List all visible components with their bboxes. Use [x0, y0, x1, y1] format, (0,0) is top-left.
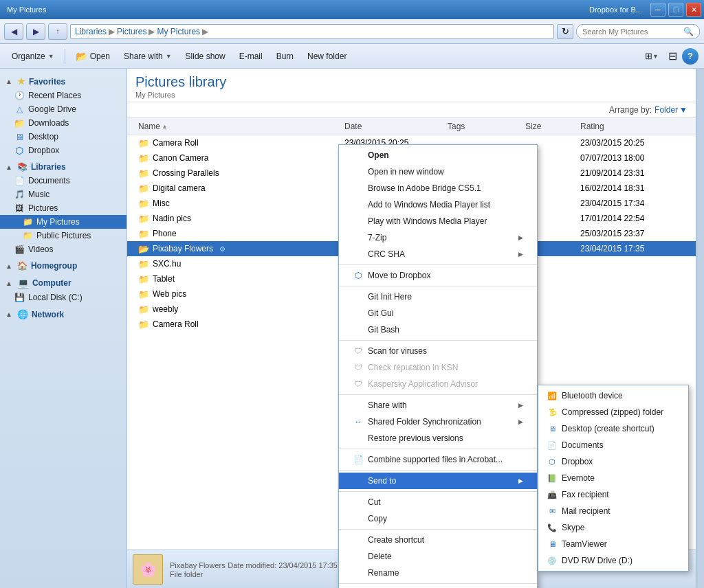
context-menu-item[interactable]: Play with Windows Media Player — [339, 213, 537, 229]
address-path[interactable]: Libraries ▶ Pictures ▶ My Pictures ▶ — [70, 24, 554, 39]
col-header-tags[interactable]: Tags — [445, 120, 522, 133]
sidebar-item-dropbox[interactable]: ⬡ Dropbox — [0, 144, 126, 157]
sidebar-item-my-pictures[interactable]: 📁 My Pictures — [0, 215, 126, 229]
open-button[interactable]: 📂 Open — [69, 47, 116, 66]
views-button[interactable]: ⊞ ▼ — [640, 47, 663, 66]
address-part-mypictures[interactable]: My Pictures — [157, 27, 200, 36]
context-menu-item[interactable]: 7-Zip ▶ — [339, 229, 537, 246]
sidebar-item-documents[interactable]: 📄 Documents — [0, 174, 126, 188]
burn-button[interactable]: Burn — [270, 47, 300, 66]
submenu-item[interactable]: 🗜 Compressed (zipped) folder — [538, 404, 688, 420]
context-menu-item[interactable]: Share with ▶ — [339, 397, 537, 414]
submenu-item[interactable]: 💿 DVD RW Drive (D:) — [538, 552, 688, 569]
context-menu-item[interactable]: Git Gui — [339, 305, 537, 321]
sidebar-item-public-pictures[interactable]: 📁 Public Pictures — [0, 229, 126, 242]
arrange-value[interactable]: Folder ▼ — [654, 105, 688, 115]
context-menu-item[interactable]: Restore previous versions — [339, 430, 537, 446]
arrange-bar: Arrange by: Folder ▼ — [127, 102, 696, 118]
context-menu-item[interactable]: Open — [339, 147, 537, 163]
up-button[interactable]: ↑ — [48, 23, 67, 40]
context-menu-item[interactable]: ⬡ Move to Dropbox — [339, 267, 537, 284]
sort-arrow-name: ▲ — [162, 123, 168, 130]
context-menu-item[interactable]: ↔ Shared Folder Synchronization ▶ — [339, 414, 537, 430]
context-menu-item[interactable]: CRC SHA ▶ — [339, 246, 537, 262]
submenu-item[interactable]: ✉ Mail recipient — [538, 503, 688, 519]
context-menu-item[interactable]: Git Init Here — [339, 289, 537, 305]
homegroup-header[interactable]: ▲ 🏠 Homegroup — [0, 259, 126, 273]
library-header: Pictures library My Pictures — [127, 69, 696, 102]
cm-item-label: CRC SHA — [368, 249, 405, 259]
context-menu-item: 🛡 Check reputation in KSN — [339, 359, 537, 376]
file-name: 📁 Canon Camera — [135, 152, 342, 164]
sidebar-item-pictures[interactable]: 🖼 Pictures — [0, 201, 126, 215]
context-menu-item[interactable]: Delete — [339, 548, 537, 565]
col-header-name[interactable]: Name ▲ — [135, 120, 342, 133]
submenu-item[interactable]: 📞 Skype — [538, 519, 688, 536]
submenu-item[interactable]: 📗 Evernote — [538, 470, 688, 486]
context-menu-item[interactable]: Open in new window — [339, 163, 537, 180]
submenu-item[interactable]: ⬡ Dropbox — [538, 453, 688, 470]
sidebar-item-desktop[interactable]: 🖥 Desktop — [0, 130, 126, 144]
path-sep-1: ▶ — [109, 27, 115, 36]
cm-item-label: Copy — [368, 514, 387, 523]
context-menu-item[interactable]: Add to Windows Media Player list — [339, 196, 537, 213]
organize-button[interactable]: Organize ▼ — [6, 47, 60, 66]
documents-icon: 📄 — [14, 175, 25, 186]
refresh-button[interactable]: ↻ — [557, 24, 573, 39]
context-menu-item[interactable]: Send to ▶ — [339, 473, 537, 489]
email-button[interactable]: E-mail — [233, 47, 269, 66]
submenu-item[interactable]: 📶 Bluetooth device — [538, 387, 688, 404]
search-box: 🔍 — [576, 24, 700, 39]
context-menu-item[interactable]: Rename — [339, 565, 537, 581]
col-header-rating[interactable]: Rating — [578, 120, 688, 133]
submenu-item[interactable]: 📠 Fax recipient — [538, 486, 688, 503]
share-with-button[interactable]: Share with ▼ — [118, 47, 178, 66]
context-menu-item[interactable]: 🛡 Scan for viruses — [339, 343, 537, 359]
computer-header[interactable]: ▲ 💻 Computer — [0, 275, 126, 291]
cm-item-icon — [353, 497, 364, 508]
col-header-date[interactable]: Date — [342, 120, 445, 133]
sidebar-item-videos[interactable]: 🎬 Videos — [0, 242, 126, 256]
search-input[interactable] — [582, 27, 681, 36]
col-header-size[interactable]: Size — [522, 120, 578, 133]
submenu-item[interactable]: 🖥 TeamViewer — [538, 536, 688, 552]
file-name-text: Nadin pics — [153, 214, 191, 223]
close-button[interactable]: ✕ — [686, 3, 701, 16]
network-header[interactable]: ▲ 🌐 Network — [0, 307, 126, 321]
file-date-modified — [578, 263, 688, 264]
sidebar-item-music[interactable]: 🎵 Music — [0, 188, 126, 201]
sidebar-item-local-disk[interactable]: 💾 Local Disk (C:) — [0, 291, 126, 304]
context-menu-item[interactable]: 📄 Combine supported files in Acrobat... — [339, 451, 537, 468]
submenu-item[interactable]: 🖥 Desktop (create shortcut) — [538, 420, 688, 437]
new-folder-button[interactable]: New folder — [301, 47, 353, 66]
context-menu-item[interactable]: Browse in Adobe Bridge CS5.1 — [339, 180, 537, 196]
context-menu-item[interactable]: Git Bash — [339, 321, 537, 338]
minimize-button[interactable]: ─ — [650, 3, 666, 16]
address-part-pictures[interactable]: Pictures — [117, 27, 146, 36]
details-view-button[interactable]: ⊟ — [665, 47, 681, 66]
cm-item-icon — [353, 232, 364, 243]
folder-icon: 📁 — [138, 153, 149, 163]
forward-button[interactable]: ▶ — [26, 23, 45, 40]
maximize-button[interactable]: □ — [668, 3, 683, 16]
context-menu-item[interactable]: Copy — [339, 510, 537, 527]
help-button[interactable]: ? — [682, 48, 698, 65]
submenu-item-label: Evernote — [562, 473, 595, 483]
submenu-item[interactable]: 📄 Documents — [538, 437, 688, 453]
sidebar-item-google-drive[interactable]: △ Google Drive — [0, 102, 126, 116]
cm-item-label: Combine supported files in Acrobat... — [368, 455, 503, 464]
context-menu-sep — [339, 529, 537, 530]
context-menu-item[interactable]: Create shortcut — [339, 532, 537, 548]
file-name-text: Misc — [153, 199, 170, 208]
address-part-libraries[interactable]: Libraries — [75, 27, 107, 36]
file-date-modified: 07/07/2013 18:00 — [578, 152, 688, 163]
cm-item-content: 7-Zip — [353, 232, 386, 243]
favorites-header[interactable]: ▲ ★ Favorites — [0, 74, 126, 89]
file-name-text: weebly — [153, 304, 178, 314]
sidebar-item-recent-places[interactable]: 🕐 Recent Places — [0, 89, 126, 102]
context-menu-item[interactable]: Cut — [339, 494, 537, 510]
slide-show-button[interactable]: Slide show — [179, 47, 232, 66]
libraries-header[interactable]: ▲ 📚 Libraries — [0, 160, 126, 174]
sidebar-item-downloads[interactable]: 📁 Downloads — [0, 116, 126, 130]
back-button[interactable]: ◀ — [4, 23, 23, 40]
